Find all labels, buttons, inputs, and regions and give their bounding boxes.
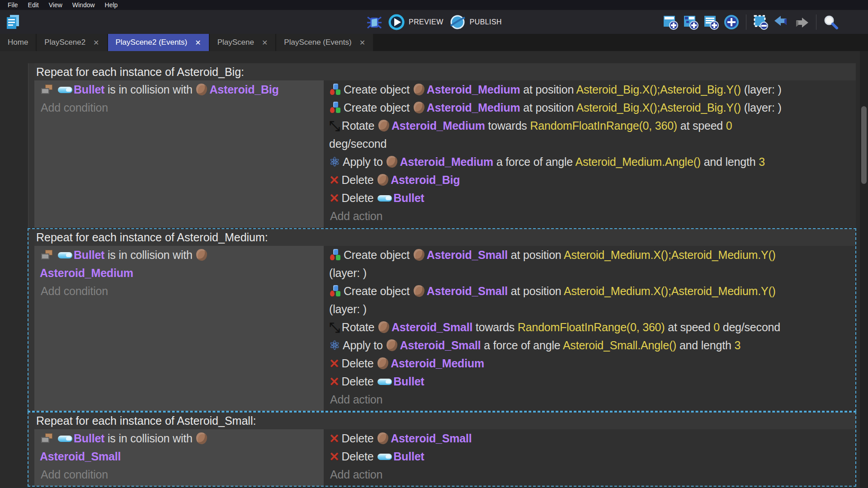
condition-row[interactable]: Bullet is in collision with Asteroid_Big xyxy=(34,80,324,99)
menu-item-file[interactable]: File xyxy=(3,1,23,9)
undo-icon[interactable] xyxy=(773,14,789,30)
tab-label: PlayScene xyxy=(217,38,254,47)
vertical-scrollbar[interactable] xyxy=(860,51,868,488)
add-condition-button[interactable]: Add condition xyxy=(34,465,324,483)
event-block[interactable]: Repeat for each instance of Asteroid_Big… xyxy=(28,63,856,228)
event-drag-handle[interactable] xyxy=(28,229,34,411)
publish-button[interactable]: PUBLISH xyxy=(449,14,502,31)
action-row[interactable]: Create object Asteroid_Medium at positio… xyxy=(324,99,856,117)
tab-close-icon[interactable]: ✕ xyxy=(195,38,201,47)
event-block[interactable]: Repeat for each instance of Asteroid_Med… xyxy=(28,229,856,411)
object-name: Asteroid_Big xyxy=(391,174,460,186)
action-row[interactable]: ✕Delete Bullet xyxy=(324,372,856,390)
menu-item-help[interactable]: Help xyxy=(100,1,123,9)
action-row[interactable]: ⚛Apply to Asteroid_Small a force of angl… xyxy=(324,336,856,354)
action-row[interactable]: ✕Delete Bullet xyxy=(324,447,856,465)
row-text: at position xyxy=(520,83,576,96)
event-body: Bullet is in collision with Asteroid_Med… xyxy=(34,246,856,411)
add-condition-button[interactable]: Add condition xyxy=(34,282,324,300)
row-text: Create object xyxy=(344,83,413,96)
action-row[interactable]: ✕Delete Asteroid_Big xyxy=(324,171,856,189)
row-text: at position xyxy=(508,249,564,261)
debug-icon[interactable] xyxy=(366,14,382,30)
action-row[interactable]: ⚛Apply to Asteroid_Medium a force of ang… xyxy=(324,153,856,171)
event-header[interactable]: Repeat for each instance of Asteroid_Sma… xyxy=(34,412,856,429)
event-block[interactable]: Repeat for each instance of Asteroid_Sma… xyxy=(28,412,856,486)
menu-item-view[interactable]: View xyxy=(44,1,67,9)
actions-column: Create object Asteroid_Medium at positio… xyxy=(324,80,856,228)
event-header[interactable]: Repeat for each instance of Asteroid_Big… xyxy=(34,63,856,80)
collision-icon xyxy=(41,84,54,95)
conditions-column: Bullet is in collision with Asteroid_Med… xyxy=(34,246,324,411)
menu-item-window[interactable]: Window xyxy=(67,1,100,9)
row-text: at position xyxy=(520,101,576,114)
add-event-icon[interactable] xyxy=(662,14,679,30)
row-text: Rotate xyxy=(342,119,377,132)
add-condition-button[interactable]: Add condition xyxy=(34,99,324,117)
add-action-button[interactable]: Add action xyxy=(324,390,856,408)
object-name: Bullet xyxy=(74,83,104,96)
collision-box-b xyxy=(41,253,49,259)
tab-close-icon[interactable]: ✕ xyxy=(359,38,365,47)
row-text: and length xyxy=(676,339,734,352)
add-subevent-icon[interactable] xyxy=(683,14,699,30)
action-row[interactable]: Create object Asteroid_Small at position… xyxy=(324,282,856,318)
toolbar-separator xyxy=(746,14,746,30)
tab-playscene2-events-[interactable]: PlayScene2 (Events)✕ xyxy=(108,34,209,51)
event-header[interactable]: Repeat for each instance of Asteroid_Med… xyxy=(34,229,856,246)
asteroid-object-icon xyxy=(377,119,390,132)
object-name: Asteroid_Medium xyxy=(40,267,133,279)
remove-selection-icon[interactable] xyxy=(753,14,769,30)
tab-playscene[interactable]: PlayScene✕ xyxy=(210,34,276,51)
event-drag-handle[interactable] xyxy=(28,412,34,486)
action-row[interactable]: Create object Asteroid_Medium at positio… xyxy=(324,80,856,99)
create-shape-g xyxy=(336,89,340,95)
add-action-button[interactable]: Add action xyxy=(324,465,856,483)
menu-item-edit[interactable]: Edit xyxy=(23,1,44,9)
tab-home[interactable]: Home xyxy=(0,34,36,51)
menu-bar: FileEditViewWindowHelp xyxy=(0,0,868,10)
tab-label: PlayScene2 xyxy=(44,38,85,47)
condition-row[interactable]: Bullet is in collision with Asteroid_Med… xyxy=(34,246,324,282)
tab-close-icon[interactable]: ✕ xyxy=(262,38,268,47)
bullet-object-icon xyxy=(58,252,72,258)
action-row[interactable]: ✕Delete Asteroid_Medium xyxy=(324,354,856,372)
events-sheet: Repeat for each instance of Asteroid_Big… xyxy=(0,51,860,488)
delete-icon: ✕ xyxy=(329,433,339,445)
action-row[interactable]: ⤡Rotate Asteroid_Small towards RandomFlo… xyxy=(324,318,856,336)
action-row[interactable]: ✕Delete Asteroid_Small xyxy=(324,429,856,447)
add-action-button[interactable]: Add action xyxy=(324,207,856,225)
rotate-icon: ⤡ xyxy=(329,321,340,334)
event-drag-handle[interactable] xyxy=(28,63,34,228)
add-comment-icon[interactable] xyxy=(703,14,719,30)
row-text: a force of angle xyxy=(493,155,575,168)
tab-close-icon[interactable]: ✕ xyxy=(93,38,99,47)
asteroid-object-icon xyxy=(196,432,208,445)
action-row[interactable]: Create object Asteroid_Small at position… xyxy=(324,246,856,282)
preview-label: PREVIEW xyxy=(409,18,443,26)
add-new-icon[interactable] xyxy=(723,14,740,30)
action-row[interactable]: ✕Delete Bullet xyxy=(324,189,856,207)
tab-playscene2[interactable]: PlayScene2✕ xyxy=(37,34,107,51)
object-name: Asteroid_Small xyxy=(392,321,472,333)
asteroid-object-icon xyxy=(196,249,208,262)
gdevelop-logo-icon[interactable] xyxy=(5,14,22,31)
condition-row[interactable]: Bullet is in collision with Asteroid_Sma… xyxy=(34,429,324,465)
toolbar: PREVIEW PUBLISH xyxy=(0,10,868,34)
preview-button[interactable]: PREVIEW xyxy=(388,14,443,31)
expression-text: RandomFloatInRange(0, 360) xyxy=(518,321,665,333)
row-text: towards xyxy=(485,119,530,132)
row-text: Create object xyxy=(344,285,413,297)
create-shape-g xyxy=(336,291,340,296)
row-text: Create object xyxy=(344,101,413,114)
scrollbar-thumb[interactable] xyxy=(861,106,867,184)
expression-text: 3 xyxy=(759,155,765,168)
action-row[interactable]: ⤡Rotate Asteroid_Medium towards RandomFl… xyxy=(324,117,856,153)
redo-icon[interactable] xyxy=(793,14,810,30)
bullet-object-icon xyxy=(58,87,72,93)
object-name: Bullet xyxy=(393,375,424,388)
create-shape-b xyxy=(333,84,338,89)
search-icon[interactable] xyxy=(823,14,839,30)
object-name: Asteroid_Small xyxy=(391,432,472,445)
tab-playscene-events-[interactable]: PlayScene (Events)✕ xyxy=(276,34,373,51)
